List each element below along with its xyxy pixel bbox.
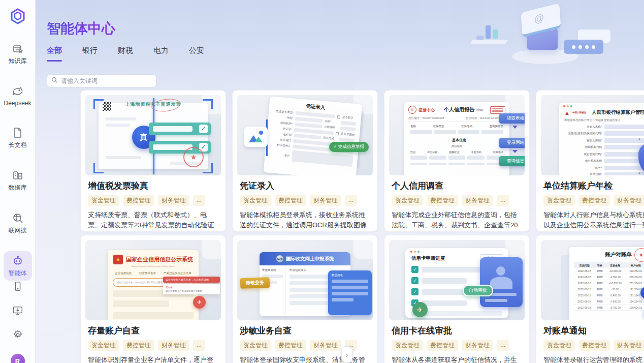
tag: 费控管理 — [123, 195, 154, 206]
deepseek-whale-icon — [12, 85, 24, 98]
done-badge: ✓ 完成信息填报 — [329, 142, 369, 152]
tab-all[interactable]: 全部 — [47, 46, 62, 62]
agent-card-grid: 上海增值税电子普通发票 真 ✓ ✓ ★ 增值税发票验真 资金管理 — [80, 90, 644, 363]
main-content: 智能体中心 全部 银行 财税 电力 公安 上海增值税电子普通发票 — [36, 0, 644, 363]
agent-card-statement-notify[interactable]: 账户对账单 ★ 交易日期币种交易金额账户余额收支类型2022-08-18RMB-… — [536, 235, 644, 363]
user-avatar[interactable]: R — [11, 354, 25, 363]
tag: 资金管理 — [543, 340, 575, 351]
tag: 费控管理 — [427, 340, 458, 351]
sidebar-bottom: R — [11, 281, 25, 363]
check-row: ✓ — [149, 123, 211, 135]
card-description: 智能体对人行账户信息与核心系统账户信息以及企业信用公示系统信息进行一致性比对，完… — [543, 210, 644, 232]
tag: 费控管理 — [123, 340, 154, 351]
tag: 费控管理 — [578, 340, 610, 351]
agent-card-voucher-entry[interactable]: 凭证录入 凭证业务类型*是否默认 代码*名称* 组织机构*公司编码 凭证字*是否… — [232, 90, 378, 232]
card-title: 单位结算账户年检 — [543, 180, 644, 192]
tag: 费控管理 — [578, 195, 610, 206]
page-title: 智能体中心 — [47, 19, 115, 38]
search-box[interactable] — [47, 74, 156, 87]
agent-card-invoice-verify[interactable]: 上海增值税电子普通发票 真 ✓ ✓ ★ 增值税发票验真 资金管理 — [80, 90, 226, 232]
sidebar-item-label: 长文档 — [9, 141, 27, 149]
tab-police[interactable]: 公安 — [189, 46, 204, 62]
expand-chevron-button[interactable]: › — [341, 346, 352, 362]
warning-tooltip: 该企业被列入异常名单，点击查看详情 — [163, 277, 220, 283]
national-emblem-icon: ★ — [113, 255, 123, 264]
agent-card-stock-account-check[interactable]: ★ 国家企业信用信息公示系统 National Enterprise Credi… — [80, 235, 226, 363]
card-title: 个人信用调查 — [392, 180, 522, 192]
tab-finance-tax[interactable]: 财税 — [118, 46, 133, 62]
tag: 财务管理 — [310, 340, 341, 351]
tag: 资金管理 — [543, 195, 575, 206]
sidebar-item-label: 数据库 — [9, 184, 27, 192]
sidebar-item-database[interactable]: 数据库 — [4, 166, 32, 195]
sidebar-item-label: Deepseek — [4, 100, 31, 107]
sidebar-item-long-doc[interactable]: 长文档 — [4, 123, 32, 153]
tag: 费控管理 — [427, 195, 458, 206]
card-description: 智能体登录银行运营管理部的系统，批量生成对账单，并将对账单保存到指定位置，再根据… — [543, 355, 644, 363]
tag-list: 资金管理 费控管理 财务管理 ... — [543, 195, 644, 206]
tag: 资金管理 — [240, 195, 271, 206]
database-icon — [12, 169, 24, 182]
tag: 费控管理 — [275, 195, 306, 206]
tag-list: 资金管理 费控管理 财务管理 ... — [543, 340, 644, 351]
sidebar-item-label: 联网搜 — [9, 226, 27, 235]
tag-more: ... — [497, 340, 509, 351]
tag-list: 资金管理 费控管理 财务管理 ... — [392, 195, 522, 206]
tab-electric[interactable]: 电力 — [153, 46, 169, 62]
card-thumbnail: 凭证录入 凭证业务类型*是否默认 代码*名称* 组织机构*公司编码 凭证字*是否… — [237, 95, 373, 175]
sidebar-item-deepseek[interactable]: Deepseek — [4, 82, 32, 110]
download-client-icon[interactable] — [12, 305, 23, 318]
card-title: 涉敏业务自查 — [240, 325, 370, 337]
card-title: 对账单通知 — [543, 325, 644, 337]
card-thumbnail: 信用卡申请进度 🔍搜索 ✓ ✓ ✓ ✓ 自动审批 ✈ — [389, 240, 525, 320]
sidebar-item-knowledge-base[interactable]: 知识库 — [4, 39, 32, 69]
robot-icon — [12, 255, 24, 267]
card-title: 凭证录入 — [240, 180, 370, 192]
tab-bank[interactable]: 银行 — [82, 46, 98, 62]
auto-approve-badge: 自动审批 — [463, 285, 493, 296]
tag: 资金管理 — [240, 340, 271, 351]
tag: 财务管理 — [310, 195, 341, 206]
agent-card-personal-credit[interactable]: 征 征信中心 个人信用报告 (明细) 报告编号：63236726389628 报… — [384, 90, 530, 232]
sensitive-business-badge: 涉敏业务 — [240, 277, 270, 289]
tag: 资金管理 — [392, 340, 423, 351]
card-thumbnail: ▲ 中国人民银行 人民币银行结算账户管理系统 本地基本存款账户开立 > 审核及控… — [541, 95, 644, 175]
warning-detail: 黑名单 该企业被列入严重违法失信企业名单 — [163, 284, 220, 294]
card-thumbnail: 账户对账单 ★ 交易日期币种交易金额账户余额收支类型2022-08-18RMB-… — [541, 240, 644, 320]
card-thumbnail: 征 征信中心 个人信用报告 (明细) 报告编号：63236726389628 报… — [389, 95, 525, 175]
web-search-icon — [12, 212, 24, 224]
tag: 资金管理 — [88, 340, 119, 351]
tag-list: 资金管理 费控管理 财务管理 ... — [88, 195, 218, 206]
search-input[interactable] — [61, 77, 152, 84]
knowledge-base-icon — [12, 43, 24, 55]
app-logo-icon[interactable] — [9, 8, 26, 25]
tag-list: 资金管理 费控管理 财务管理 ... — [88, 340, 218, 351]
card-title: 增值税发票验真 — [88, 180, 218, 192]
sidebar-item-label: 智能体 — [9, 269, 27, 278]
header-illustration — [456, 7, 624, 68]
sidebar-item-label: 知识库 — [9, 57, 27, 66]
red-stamp-icon: ★ — [183, 147, 204, 167]
tag: 资金管理 — [392, 195, 423, 206]
card-title: 信用卡在线审批 — [392, 325, 522, 337]
card-thumbnail: ★ 国家企业信用信息公示系统 National Enterprise Credi… — [85, 240, 221, 320]
tag-more: ... — [497, 195, 509, 206]
query-info-button: 查询信息 — [499, 156, 525, 166]
data-report-panel: 数据报表 — [328, 270, 372, 315]
card-title: 存量账户自查 — [88, 325, 218, 337]
sidebar-item-agent[interactable]: 智能体 — [4, 251, 32, 281]
read-table-button: 读取表格 — [499, 113, 525, 124]
agent-card-sensitive-business-check[interactable]: SAFE 国际收支网上申报系统 申报单管理 申报信息录入 — [232, 235, 378, 363]
mobile-device-icon[interactable] — [12, 281, 23, 294]
tag-list: 资金管理 费控管理 财务管理 ... — [240, 195, 370, 206]
card-thumbnail: 上海增值税电子普通发票 真 ✓ ✓ ★ — [85, 95, 221, 175]
image-placeholder-icon — [244, 127, 268, 147]
search-icon — [51, 76, 58, 85]
sidebar-item-web-search[interactable]: 联网搜 — [4, 208, 32, 238]
card-thumbnail: SAFE 国际收支网上申报系统 申报单管理 申报信息录入 — [237, 240, 373, 320]
agent-card-credit-card-approval[interactable]: 信用卡申请进度 🔍搜索 ✓ ✓ ✓ ✓ 自动审批 ✈ 信用卡在线审批 资金管理 — [384, 235, 530, 363]
tag: 财务管理 — [614, 195, 644, 206]
settings-gear-icon[interactable] — [12, 329, 23, 343]
send-icon: ✈ — [412, 302, 428, 317]
agent-card-account-annual-check[interactable]: ▲ 中国人民银行 人民币银行结算账户管理系统 本地基本存款账户开立 > 审核及控… — [536, 90, 644, 232]
